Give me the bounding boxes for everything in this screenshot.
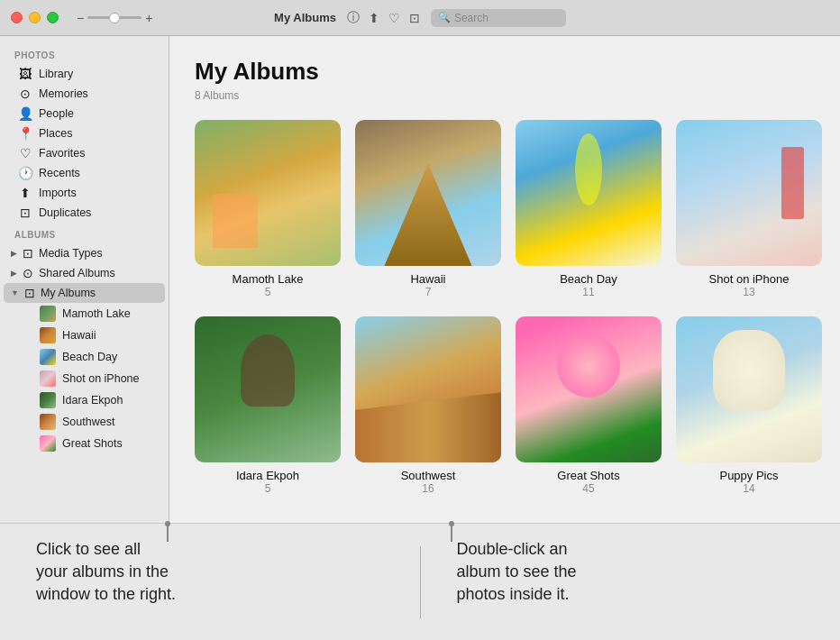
minimize-button[interactable] — [29, 12, 41, 23]
album-card-mamoth-lake[interactable]: Mamoth Lake 5 — [195, 120, 341, 298]
sidebar-item-library[interactable]: 🖼 Library — [4, 64, 165, 84]
maximize-button[interactable] — [47, 12, 59, 23]
share-icon[interactable]: ⬆ — [369, 11, 379, 25]
chevron-right-icon-2: ▶ — [11, 269, 17, 278]
traffic-lights — [11, 12, 59, 23]
search-box[interactable]: 🔍 — [431, 9, 566, 27]
arrow-dot-left — [165, 521, 170, 526]
sidebar-favorites-label: Favorites — [39, 147, 85, 160]
album-name-puppy: Puppy Pics — [719, 469, 778, 482]
annotation-area: Click to see all your albums in the wind… — [0, 523, 840, 640]
search-icon: 🔍 — [438, 12, 451, 23]
sidebar-imports-label: Imports — [39, 187, 77, 199]
sidebar-item-recents[interactable]: 🕐 Recents — [4, 163, 165, 183]
search-input[interactable] — [454, 12, 559, 24]
album-thumb-mamoth-lake — [195, 120, 341, 266]
annotation-divider — [420, 546, 421, 618]
sidebar-group-my-albums[interactable]: ▼ ⊡ My Albums — [4, 283, 165, 303]
album-name-hawaii: Hawaii — [410, 272, 445, 286]
heart-icon[interactable]: ♡ — [388, 11, 400, 25]
album-card-puppy-pics[interactable]: Puppy Pics 14 — [676, 316, 822, 495]
sidebar-duplicates-label: Duplicates — [39, 206, 91, 219]
album-count: 8 Albums — [195, 89, 815, 102]
sidebar-people-label: People — [39, 107, 74, 120]
album-thumb-hawaii — [355, 120, 501, 266]
sidebar-item-mamoth-lake[interactable]: Mamoth Lake — [32, 303, 165, 325]
album-card-great-shots[interactable]: Great Shots 45 — [516, 316, 662, 495]
sidebar-item-favorites[interactable]: ♡ Favorites — [4, 143, 165, 163]
media-types-icon: ⊡ — [21, 246, 35, 261]
album-thumb-idara — [195, 316, 341, 462]
sidebar-item-places[interactable]: 📍 Places — [4, 123, 165, 143]
album-image-shot — [676, 120, 822, 266]
crop-icon[interactable]: ⊡ — [409, 11, 420, 25]
album-thumb-puppy — [676, 316, 822, 462]
sidebar-item-beach-day[interactable]: Beach Day — [32, 346, 165, 368]
photos-section-label: Photos — [0, 43, 169, 64]
album-card-southwest[interactable]: Southwest 16 — [355, 316, 501, 495]
album-count-southwest: 16 — [422, 482, 434, 495]
sidebar-item-idara-ekpoh[interactable]: Idara Ekpoh — [32, 389, 165, 411]
hawaii-thumb — [40, 327, 56, 343]
album-image-mamoth — [195, 120, 341, 266]
album-card-beach-day[interactable]: Beach Day 11 — [516, 120, 662, 298]
album-card-hawaii[interactable]: Hawaii 7 — [355, 120, 501, 298]
title-bar-center: My Albums ⓘ ⬆ ♡ ⊡ 🔍 — [274, 9, 566, 27]
album-count-idara: 5 — [265, 482, 271, 495]
album-count-shot: 13 — [743, 286, 754, 298]
sidebar-item-people[interactable]: 👤 People — [4, 104, 165, 123]
main-container: Photos 🖼 Library ⊙ Memories 👤 People 📍 P… — [0, 36, 840, 523]
memories-icon: ⊙ — [18, 87, 32, 101]
title-bar: − + My Albums ⓘ ⬆ ♡ ⊡ 🔍 — [0, 0, 840, 36]
media-types-label: Media Types — [39, 247, 103, 260]
album-thumb-southwest — [355, 316, 501, 462]
album-thumb-shot — [676, 120, 822, 266]
mamoth-lake-thumb — [40, 306, 56, 322]
sidebar-item-shot-on-iphone[interactable]: Shot on iPhone — [32, 368, 165, 389]
chevron-right-icon: ▶ — [11, 249, 17, 258]
album-image-southwest — [355, 316, 501, 462]
window-title: My Albums — [274, 11, 336, 24]
sidebar-item-southwest[interactable]: Southwest — [32, 411, 165, 433]
album-card-shot-on-iphone[interactable]: Shot on iPhone 13 — [676, 120, 822, 298]
shared-albums-label: Shared Albums — [39, 267, 115, 279]
sidebar-item-hawaii[interactable]: Hawaii — [32, 325, 165, 346]
chevron-down-icon: ▼ — [11, 288, 19, 297]
albums-section-label: Albums — [0, 223, 169, 243]
favorites-icon: ♡ — [18, 146, 32, 160]
sidebar-places-label: Places — [39, 127, 73, 140]
zoom-control: − + — [77, 11, 152, 25]
duplicates-icon: ⊡ — [18, 206, 32, 220]
album-count-mamoth: 5 — [265, 286, 271, 298]
annotation-arrow-left — [167, 524, 169, 542]
album-name-great: Great Shots — [557, 469, 619, 482]
content-area: My Albums 8 Albums Mamoth Lake 5 Hawaii … — [169, 36, 840, 523]
my-albums-icon: ⊡ — [23, 286, 37, 300]
annotation-left-text: Click to see all your albums in the wind… — [36, 538, 384, 607]
info-icon[interactable]: ⓘ — [347, 10, 360, 26]
sidebar-group-media-types[interactable]: ▶ ⊡ Media Types — [4, 243, 165, 263]
zoom-thumb — [109, 13, 120, 23]
zoom-slider[interactable] — [87, 16, 142, 19]
page-title: My Albums — [195, 58, 815, 86]
album-count-beach: 11 — [582, 286, 594, 298]
album-name-idara: Idara Ekpoh — [236, 469, 299, 482]
sidebar-item-imports[interactable]: ⬆ Imports — [4, 183, 165, 203]
shared-albums-icon: ⊙ — [21, 266, 35, 280]
annotation-right-text: Double-click an album to see the photos … — [457, 538, 805, 607]
sidebar-item-memories[interactable]: ⊙ Memories — [4, 84, 165, 104]
sidebar: Photos 🖼 Library ⊙ Memories 👤 People 📍 P… — [0, 36, 169, 523]
beach-day-thumb — [40, 349, 56, 365]
album-count-puppy: 14 — [743, 482, 754, 495]
sidebar-group-shared-albums[interactable]: ▶ ⊙ Shared Albums — [4, 263, 165, 283]
sidebar-item-duplicates[interactable]: ⊡ Duplicates — [4, 203, 165, 223]
close-button[interactable] — [11, 12, 23, 23]
zoom-minus-button[interactable]: − — [77, 11, 84, 25]
imports-icon: ⬆ — [18, 186, 32, 200]
album-card-idara[interactable]: Idara Ekpoh 5 — [195, 316, 341, 495]
album-name-mamoth: Mamoth Lake — [233, 272, 304, 286]
sidebar-item-great-shots[interactable]: Great Shots — [32, 433, 165, 454]
album-thumb-great — [516, 316, 662, 462]
zoom-plus-button[interactable]: + — [145, 11, 152, 25]
sidebar-library-label: Library — [39, 68, 73, 80]
